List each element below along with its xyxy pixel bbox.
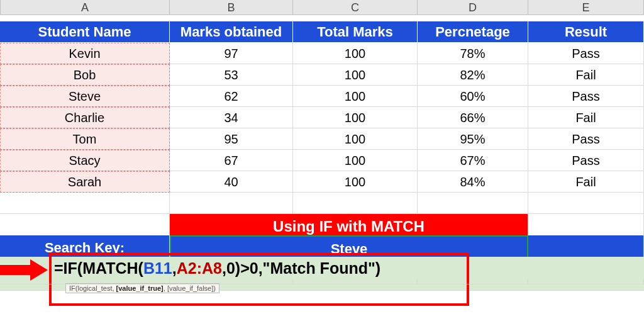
- cell-total[interactable]: 100: [293, 64, 418, 86]
- cell-percentage[interactable]: 66%: [418, 107, 528, 128]
- cell-marks[interactable]: 34: [170, 107, 293, 128]
- cell-marks[interactable]: 62: [170, 86, 293, 107]
- cell-percentage[interactable]: 82%: [418, 64, 528, 86]
- empty-cell[interactable]: [170, 193, 293, 214]
- empty-cell[interactable]: [0, 193, 170, 214]
- cell-student-name[interactable]: Kevin: [0, 43, 170, 64]
- empty-cell[interactable]: [293, 193, 418, 214]
- cell-student-name[interactable]: Sarah: [0, 171, 170, 193]
- cell-percentage[interactable]: 67%: [418, 150, 528, 171]
- cell-marks[interactable]: 95: [170, 128, 293, 150]
- cell-total[interactable]: 100: [293, 128, 418, 150]
- cell-percentage[interactable]: 60%: [418, 86, 528, 107]
- col-header-C[interactable]: C: [293, 0, 418, 15]
- formula-tooltip: IF(logical_test, [value_if_true], [value…: [65, 283, 219, 293]
- cell-marks[interactable]: 40: [170, 171, 293, 193]
- col-header-D[interactable]: D: [418, 0, 528, 15]
- empty-cell[interactable]: [170, 278, 293, 284]
- cell-marks[interactable]: 67: [170, 150, 293, 171]
- cell-result[interactable]: Fail: [528, 171, 644, 193]
- header-percentage[interactable]: Percnetage: [418, 21, 528, 43]
- empty-cell[interactable]: [418, 193, 528, 214]
- spreadsheet[interactable]: A B C D E Student Name Marks obtained To…: [0, 0, 644, 300]
- cell-total[interactable]: 100: [293, 86, 418, 107]
- col-header-E[interactable]: E: [528, 0, 644, 15]
- formula-cell[interactable]: =IF(MATCH(B11,A2:A8,0)>0,"Match Found")I…: [0, 257, 644, 291]
- col-header-B[interactable]: B: [170, 0, 293, 15]
- cell-student-name[interactable]: Charlie: [0, 107, 170, 128]
- cell-result[interactable]: Pass: [528, 150, 644, 171]
- empty-cell[interactable]: [528, 278, 644, 284]
- cell-student-name[interactable]: Bob: [0, 64, 170, 86]
- cell-total[interactable]: 100: [293, 107, 418, 128]
- cell-student-name[interactable]: Tom: [0, 128, 170, 150]
- cell-total[interactable]: 100: [293, 150, 418, 171]
- header-result[interactable]: Result: [528, 21, 644, 43]
- cell-result[interactable]: Fail: [528, 64, 644, 86]
- cell-result[interactable]: Pass: [528, 128, 644, 150]
- col-header-A[interactable]: A: [0, 0, 170, 15]
- cell-total[interactable]: 100: [293, 43, 418, 64]
- cell-marks[interactable]: 97: [170, 43, 293, 64]
- header-student-name[interactable]: Student Name: [0, 21, 170, 43]
- empty-cell[interactable]: [528, 193, 644, 214]
- cell-marks[interactable]: 53: [170, 64, 293, 86]
- empty-cell[interactable]: [0, 278, 170, 284]
- empty-cell[interactable]: [293, 278, 418, 284]
- header-marks-obtained[interactable]: Marks obtained: [170, 21, 293, 43]
- cell-total[interactable]: 100: [293, 171, 418, 193]
- cell-result[interactable]: Pass: [528, 43, 644, 64]
- empty-cell[interactable]: [418, 278, 528, 284]
- cell-percentage[interactable]: 78%: [418, 43, 528, 64]
- cell-percentage[interactable]: 95%: [418, 128, 528, 150]
- cell-student-name[interactable]: Steve: [0, 86, 170, 107]
- arrow-icon: [0, 261, 49, 279]
- formula-text: =IF(MATCH(B11,A2:A8,0)>0,"Match Found"): [54, 259, 380, 278]
- cell-student-name[interactable]: Stacy: [0, 150, 170, 171]
- cell-percentage[interactable]: 84%: [418, 171, 528, 193]
- cell-result[interactable]: Fail: [528, 107, 644, 128]
- header-total-marks[interactable]: Total Marks: [293, 21, 418, 43]
- cell-result[interactable]: Pass: [528, 86, 644, 107]
